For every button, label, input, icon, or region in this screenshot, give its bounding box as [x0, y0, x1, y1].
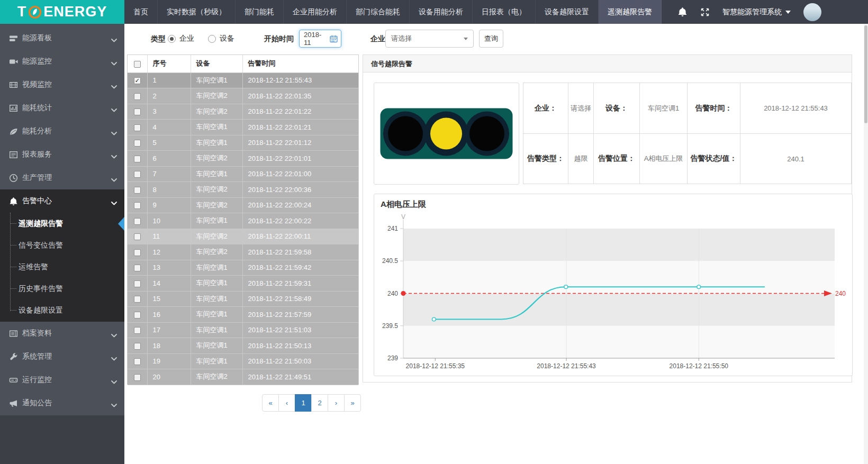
type-radio-0[interactable]: 企业 — [168, 34, 194, 43]
sidebar-item-9[interactable]: 系统管理 — [0, 345, 124, 368]
table-row-10[interactable]: 10车间空调12018-11-22 22:00:22 — [128, 213, 358, 229]
table-row-13[interactable]: 13车间空调12018-11-22 21:59:42 — [128, 260, 358, 276]
nav-item-1[interactable]: 实时数据（秒级） — [158, 0, 236, 24]
nav-item-8[interactable]: 遥测越限告警 — [599, 0, 662, 24]
start-time-value: 2018-11 — [304, 31, 327, 47]
page-1-button[interactable]: 1 — [295, 394, 312, 412]
table-row-11[interactable]: 11车间空调22018-11-22 22:00:11 — [128, 229, 358, 244]
sidebar-item-8[interactable]: 档案资料 — [0, 322, 124, 345]
table-row-20[interactable]: 20车间空调22018-11-22 21:49:51 — [128, 369, 358, 385]
sidebar-item-5[interactable]: 报表服务 — [0, 143, 124, 166]
sidebar-item-3[interactable]: 能耗统计 — [0, 96, 124, 120]
nav-item-7[interactable]: 设备越限设置 — [536, 0, 599, 24]
sidebar-subitem-3[interactable]: 历史事件告警 — [0, 278, 124, 299]
table-row-6[interactable]: 6车间空调22018-11-22 22:01:01 — [128, 151, 358, 167]
row-checkbox[interactable] — [134, 124, 141, 131]
enterprise-select[interactable]: 请选择 — [385, 30, 474, 48]
sidebar-item-10[interactable]: 运行监控 — [0, 368, 124, 392]
user-avatar[interactable] — [803, 3, 821, 21]
row-checkbox[interactable] — [134, 265, 141, 271]
row-checkbox[interactable] — [134, 312, 141, 319]
page-2-button[interactable]: 2 — [311, 394, 328, 412]
table-row-8[interactable]: 8车间空调22018-11-22 22:00:36 — [128, 182, 358, 198]
info-value: A相电压上限 — [639, 133, 687, 184]
radio-icon[interactable] — [208, 35, 216, 43]
row-checkbox[interactable] — [134, 327, 141, 334]
nav-item-6[interactable]: 日报表（电） — [473, 0, 536, 24]
row-checkbox[interactable] — [134, 343, 141, 350]
nav-item-4[interactable]: 部门综合能耗 — [347, 0, 410, 24]
start-time-input[interactable]: 2018-11 — [299, 30, 341, 48]
row-checkbox[interactable] — [134, 218, 141, 225]
table-row-15[interactable]: 15车间空调12018-11-22 21:58:49 — [128, 291, 358, 307]
radio-icon[interactable] — [168, 35, 176, 43]
cell-no: 10 — [147, 213, 191, 229]
row-checkbox[interactable] — [134, 202, 141, 209]
nav-item-3[interactable]: 企业用能分析 — [284, 0, 347, 24]
cell-no: 9 — [147, 197, 191, 213]
bell-icon — [9, 197, 18, 206]
svg-text:V: V — [401, 213, 405, 221]
row-checkbox[interactable] — [134, 93, 141, 100]
table-row-16[interactable]: 16车间空调12018-11-22 21:57:59 — [128, 307, 358, 323]
nav-item-5[interactable]: 设备用能分析 — [410, 0, 473, 24]
row-checkbox[interactable] — [134, 233, 141, 240]
nav-item-0[interactable]: 首页 — [124, 0, 158, 24]
query-button[interactable]: 查询 — [479, 30, 503, 48]
sidebar-item-7[interactable]: 告警中心 — [0, 189, 124, 213]
sidebar-subitem-0[interactable]: 遥测越限告警 — [0, 213, 124, 234]
row-checkbox[interactable] — [134, 280, 141, 287]
row-checkbox[interactable] — [134, 108, 141, 115]
system-title-menu[interactable]: 智慧能源管理系统 — [722, 7, 791, 17]
table-row-9[interactable]: 9车间空调22018-11-22 22:00:24 — [128, 197, 358, 213]
sidebar-subitem-4[interactable]: 设备越限设置 — [0, 299, 124, 321]
row-checkbox[interactable] — [134, 187, 141, 194]
sidebar-subitem-1[interactable]: 信号变位告警 — [0, 234, 124, 256]
row-checkbox[interactable] — [134, 140, 141, 147]
page-prev-button[interactable]: ‹ — [278, 394, 295, 412]
table-row-7[interactable]: 7车间空调12018-11-22 22:01:00 — [128, 166, 358, 182]
select-all-checkbox[interactable] — [134, 61, 141, 68]
nav-item-2[interactable]: 部门能耗 — [236, 0, 284, 24]
cell-device: 车间空调1 — [191, 322, 242, 338]
table-row-18[interactable]: 18车间空调12018-11-22 21:50:13 — [128, 338, 358, 354]
table-row-2[interactable]: 2车间空调22018-11-22 22:01:35 — [128, 88, 358, 104]
table-row-17[interactable]: 17车间空调12018-11-22 21:51:03 — [128, 322, 358, 338]
page-scrollbar[interactable] — [864, 24, 868, 464]
scrollbar-thumb[interactable] — [864, 25, 867, 123]
row-checkbox[interactable] — [134, 171, 141, 178]
table-row-1[interactable]: ✓1车间空调12018-12-12 21:55:43 — [128, 72, 358, 88]
cell-device: 车间空调2 — [191, 369, 242, 385]
row-checkbox[interactable] — [134, 296, 141, 303]
cell-device: 车间空调1 — [191, 135, 242, 151]
row-checkbox[interactable]: ✓ — [134, 77, 141, 84]
table-row-14[interactable]: 14车间空调12018-11-22 21:59:31 — [128, 276, 358, 292]
table-row-12[interactable]: 12车间空调22018-11-22 21:59:58 — [128, 244, 358, 260]
page-next-button[interactable]: › — [328, 394, 345, 412]
table-row-3[interactable]: 3车间空调22018-11-22 22:01:22 — [128, 104, 358, 120]
sidebar-item-0[interactable]: 能源看板 — [0, 26, 124, 50]
fullscreen-icon[interactable] — [700, 7, 710, 17]
sidebar-item-11[interactable]: 通知公告 — [0, 392, 124, 415]
sidebar-item-2[interactable]: 视频监控 — [0, 73, 124, 96]
row-checkbox[interactable] — [134, 249, 141, 256]
table-row-5[interactable]: 5车间空调12018-11-22 22:01:12 — [128, 135, 358, 151]
row-checkbox[interactable] — [134, 156, 141, 162]
sidebar-subitem-2[interactable]: 运维告警 — [0, 256, 124, 278]
type-radio-1[interactable]: 设备 — [208, 34, 234, 43]
table-row-19[interactable]: 19车间空调12018-11-22 21:50:03 — [128, 353, 358, 369]
sidebar-item-4[interactable]: 能耗分析 — [0, 120, 124, 143]
sidebar-item-1[interactable]: 能源监控 — [0, 50, 124, 73]
topbar-right: 智慧能源管理系统 — [677, 0, 821, 24]
calendar-icon[interactable] — [330, 35, 338, 43]
cell-time: 2018-11-22 21:59:31 — [242, 276, 358, 292]
page-last-button[interactable]: » — [344, 394, 361, 412]
table-row-4[interactable]: 4车间空调12018-11-22 22:01:21 — [128, 120, 358, 135]
archive-icon — [9, 329, 18, 338]
row-checkbox[interactable] — [134, 374, 141, 381]
sidebar-item-6[interactable]: 生产管理 — [0, 166, 124, 189]
page-first-button[interactable]: « — [262, 394, 279, 412]
notifications-bell-icon[interactable] — [677, 7, 688, 17]
row-checkbox[interactable] — [134, 358, 141, 365]
cell-device: 车间空调2 — [191, 244, 242, 260]
